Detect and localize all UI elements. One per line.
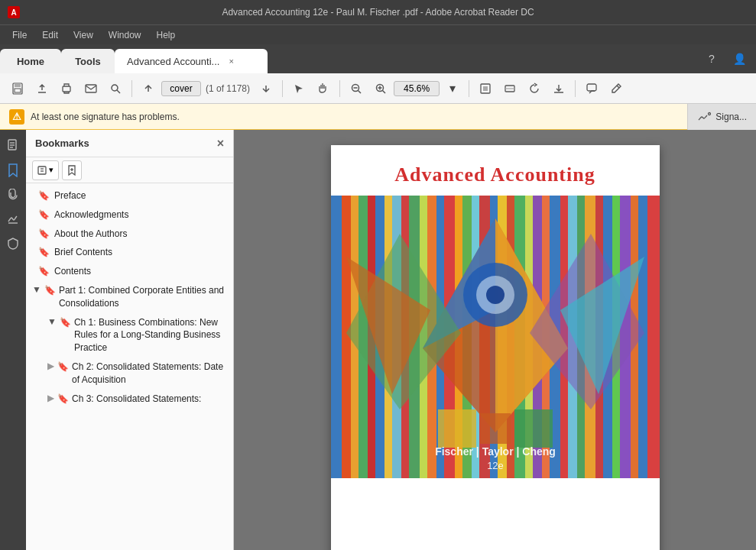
fit-width-button[interactable] <box>498 77 521 100</box>
bookmark-ch3-label: Ch 3: Consolidated Statements: <box>72 393 227 406</box>
fit-page-button[interactable] <box>474 77 497 100</box>
sidebar-icons <box>0 130 26 550</box>
hand-tool-button[interactable] <box>312 77 335 100</box>
extract-button[interactable] <box>547 77 570 100</box>
pdf-viewer: Advanced Accounting <box>234 130 756 550</box>
save-button[interactable] <box>6 77 29 100</box>
main-area: Bookmarks × ▾ 🔖 Preface 🔖 Acknowledgment… <box>0 130 756 550</box>
bookmark-expand-button[interactable]: ▾ <box>32 160 59 180</box>
zoom-in-button[interactable] <box>369 77 392 100</box>
account-button[interactable]: 👤 <box>728 48 750 70</box>
search-button[interactable] <box>104 77 127 100</box>
tab-document[interactable]: Advanced Accounti... × <box>115 49 268 73</box>
security-panel-button[interactable] <box>3 234 23 254</box>
mail-button[interactable] <box>79 77 102 100</box>
bookmark-about-authors-label: About the Authors <box>54 228 227 241</box>
bookmark-ribbon-icon: 🔖 <box>38 190 50 201</box>
menubar: File Edit View Window Help <box>0 24 756 44</box>
print-button[interactable] <box>55 77 78 100</box>
bookmark-ribbon-icon-4: 🔖 <box>38 247 50 257</box>
signature-button[interactable]: Signa... <box>687 104 756 130</box>
pages-panel-button[interactable] <box>3 136 23 156</box>
bookmark-ribbon-icon-6: 🔖 <box>44 285 56 296</box>
zoom-dropdown-button[interactable]: ▾ <box>441 77 464 100</box>
next-page-button[interactable] <box>255 77 277 100</box>
app-icon: A <box>8 6 20 18</box>
rotate-button[interactable] <box>523 77 546 100</box>
pen-button[interactable] <box>605 77 628 100</box>
separator-2 <box>282 80 283 97</box>
bookmarks-close-button[interactable]: × <box>217 137 224 150</box>
upload-button[interactable] <box>31 77 54 100</box>
bookmark-part1[interactable]: ▼ 🔖 Part 1: Combined Corporate Entities … <box>26 281 233 313</box>
bookmark-about-authors[interactable]: 🔖 About the Authors <box>26 225 233 244</box>
warning-text: At least one signature has problems. <box>31 112 180 122</box>
comment-button[interactable] <box>580 77 603 100</box>
svg-rect-79 <box>480 413 511 444</box>
help-button[interactable]: ? <box>701 48 722 70</box>
svg-rect-80 <box>514 409 553 448</box>
bookmark-add-button[interactable] <box>62 160 82 180</box>
tab-close-button[interactable]: × <box>226 55 236 67</box>
cursor-tool-button[interactable] <box>287 77 310 100</box>
menu-view[interactable]: View <box>66 28 101 43</box>
cover-svg: Fischer | Taylor | Cheng 12e <box>331 196 660 478</box>
ch3-expand-icon: ▶ <box>47 393 54 403</box>
bookmarks-header: Bookmarks × <box>26 130 233 157</box>
warning-bar: ⚠ At least one signature has problems. S… <box>0 104 756 130</box>
bookmark-brief-contents-label: Brief Contents <box>54 246 227 259</box>
tab-home[interactable]: Home <box>0 49 61 73</box>
menu-edit[interactable]: Edit <box>34 28 66 43</box>
svg-point-5 <box>112 85 118 91</box>
bookmark-acknowledgments[interactable]: 🔖 Acknowledgments <box>26 205 233 225</box>
bookmark-brief-contents[interactable]: 🔖 Brief Contents <box>26 243 233 262</box>
bookmarks-list: 🔖 Preface 🔖 Acknowledgments 🔖 About the … <box>26 183 233 550</box>
tab-doc-label: Advanced Accounti... <box>127 56 219 67</box>
zoom-input[interactable] <box>394 81 440 96</box>
signatures-panel-button[interactable] <box>3 209 23 229</box>
tab-tools-label: Tools <box>75 56 101 67</box>
menu-window[interactable]: Window <box>101 28 149 43</box>
bookmark-ch2[interactable]: ▶ 🔖 Ch 2: Consolidated Statements: Date … <box>26 358 233 390</box>
bookmark-contents[interactable]: 🔖 Contents <box>26 262 233 281</box>
bookmark-ribbon-icon-8: 🔖 <box>57 361 69 372</box>
svg-rect-67 <box>647 196 660 478</box>
page-input[interactable] <box>161 81 201 96</box>
bookmark-ch1-label: Ch 1: Business Combinations: New Rules f… <box>74 316 227 354</box>
prev-page-button[interactable] <box>137 77 160 100</box>
toolbar: (1 of 1178) ▾ <box>0 73 756 104</box>
svg-rect-17 <box>587 84 596 91</box>
page-total: (1 of 1178) <box>203 83 253 94</box>
bookmark-preface[interactable]: 🔖 Preface <box>26 186 233 205</box>
svg-text:12e: 12e <box>487 460 504 471</box>
book-title: Advanced Accounting <box>382 145 607 196</box>
svg-rect-25 <box>38 167 46 174</box>
book-cover-art: Fischer | Taylor | Cheng 12e <box>331 196 660 478</box>
bookmark-ribbon-icon-9: 🔖 <box>57 393 69 404</box>
ch2-expand-icon: ▶ <box>47 361 54 371</box>
separator-4 <box>469 80 469 97</box>
menu-file[interactable]: File <box>5 28 34 43</box>
attachments-panel-button[interactable] <box>3 185 23 205</box>
tab-tools[interactable]: Tools <box>61 49 115 73</box>
tab-bar-right: ? 👤 <box>701 48 750 70</box>
tab-home-label: Home <box>17 56 44 67</box>
svg-rect-4 <box>86 85 96 92</box>
bookmark-ch1[interactable]: ▼ 🔖 Ch 1: Business Combinations: New Rul… <box>26 313 233 358</box>
svg-point-19 <box>709 112 711 115</box>
bookmark-ribbon-icon-3: 🔖 <box>38 228 50 239</box>
svg-line-18 <box>617 86 619 88</box>
bookmarks-toolbar: ▾ <box>26 157 233 183</box>
svg-line-6 <box>117 90 120 93</box>
part1-collapse-icon: ▼ <box>32 284 41 295</box>
titlebar: A Advanced Accounting 12e - Paul M. Fisc… <box>0 0 756 24</box>
svg-rect-2 <box>15 89 21 92</box>
svg-line-13 <box>383 90 386 93</box>
bookmarks-panel: Bookmarks × ▾ 🔖 Preface 🔖 Acknowledgment… <box>26 130 234 550</box>
menu-help[interactable]: Help <box>149 28 183 43</box>
bookmark-ch3[interactable]: ▶ 🔖 Ch 3: Consolidated Statements: <box>26 390 233 409</box>
bookmark-ribbon-icon-5: 🔖 <box>38 266 50 277</box>
zoom-out-button[interactable] <box>345 77 368 100</box>
bookmarks-panel-button[interactable] <box>3 160 23 180</box>
bookmark-part1-label: Part 1: Combined Corporate Entities and … <box>59 284 227 310</box>
